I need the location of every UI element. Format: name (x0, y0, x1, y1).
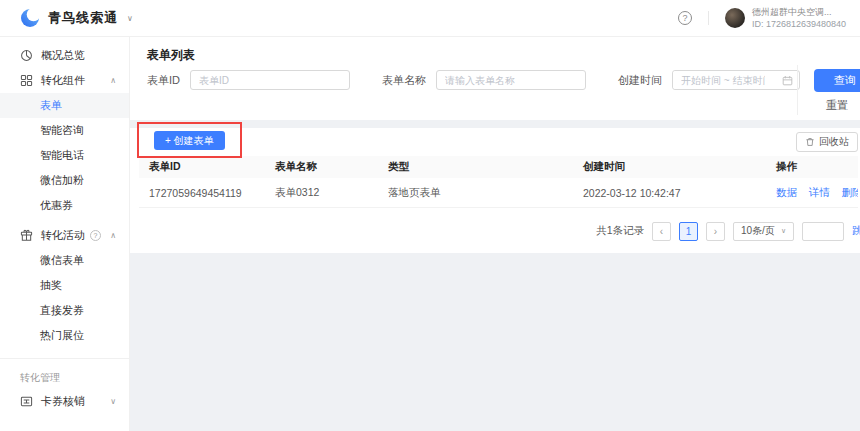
jump-label[interactable]: 跳转 (852, 224, 860, 238)
form-name-label: 表单名称 (382, 73, 426, 88)
question-glyph: ? (94, 232, 98, 239)
page-title: 表单列表 (147, 47, 195, 64)
sidebar-item-label: 抽奖 (40, 278, 62, 293)
sidebar-item-hot-booth[interactable]: 热门展位 (0, 323, 129, 348)
logo-text: 青鸟线索通 (48, 9, 118, 27)
user-id: ID: 1726812639480840 (752, 19, 846, 30)
sidebar-item-label: 概况总览 (41, 48, 85, 63)
table-header-row: 表单ID 表单名称 类型 创建时间 操作 (139, 156, 858, 178)
user-name: 德州超群中央空调... (752, 7, 846, 18)
main-content: 表单列表 表单ID 表单名称 创建时间 查询 重置 + 创建表单 (130, 37, 860, 431)
cell-created: 2022-03-12 10:42:47 (573, 187, 766, 199)
help-icon[interactable]: ? (678, 11, 692, 25)
search-button[interactable]: 查询 (814, 69, 860, 92)
next-page-button[interactable]: › (706, 222, 725, 241)
forms-table: 表单ID 表单名称 类型 创建时间 操作 1727059649454119 表单… (139, 156, 858, 208)
sidebar-item-label: 转化活动 (41, 228, 85, 243)
sidebar-item-smart-phone[interactable]: 智能电话 (0, 143, 129, 168)
sidebar-item-conversion-components[interactable]: 转化组件 ∧ (0, 68, 129, 93)
user-info[interactable]: 德州超群中央空调... ID: 1726812639480840 (752, 7, 846, 30)
sidebar-item-lottery[interactable]: 抽奖 (0, 273, 129, 298)
form-list-panel: + 创建表单 回收站 表单ID 表单名称 类型 创建时间 操作 17270596… (130, 128, 860, 253)
cell-form-name: 表单0312 (265, 186, 378, 200)
sidebar-item-label: 微信表单 (40, 253, 84, 268)
avatar[interactable] (725, 8, 745, 28)
form-id-input[interactable] (190, 70, 350, 90)
chevron-down-icon: ∨ (781, 227, 786, 235)
sidebar-item-card-verification[interactable]: 卡券核销 ∨ (0, 389, 129, 414)
table-row: 1727059649454119 表单0312 落地页表单 2022-03-12… (139, 178, 858, 208)
chevron-up-icon: ∧ (110, 231, 116, 240)
header-right: ? 德州超群中央空调... ID: 1726812639480840 (678, 7, 846, 30)
sidebar-divider (0, 358, 129, 359)
grid-icon (20, 74, 34, 88)
sidebar-section-conversion-management: 转化管理 (0, 367, 129, 389)
sidebar-item-forms[interactable]: 表单 (0, 93, 129, 118)
total-records-text: 共1条记录 (596, 224, 644, 238)
action-data-link[interactable]: 数据 (776, 186, 797, 198)
sidebar-item-coupon[interactable]: 优惠券 (0, 193, 129, 218)
date-range-field[interactable] (673, 71, 773, 89)
chevron-left-icon: ‹ (660, 226, 663, 237)
chevron-up-icon: ∧ (110, 76, 116, 85)
col-header-form-id: 表单ID (139, 160, 265, 174)
question-glyph: ? (682, 13, 687, 23)
sidebar-item-direct-coupon[interactable]: 直接发券 (0, 298, 129, 323)
sidebar-item-label: 热门展位 (40, 328, 84, 343)
cell-type: 落地页表单 (378, 186, 573, 200)
sidebar: 概况总览 转化组件 ∧ 表单 智能咨询 智能电话 微信加粉 优惠券 转化 (0, 37, 130, 431)
sidebar-item-label: 微信加粉 (40, 173, 84, 188)
sidebar-item-wechat-follow[interactable]: 微信加粉 (0, 168, 129, 193)
pie-chart-icon (20, 49, 34, 63)
page-size-select[interactable]: 10条/页 ∨ (733, 222, 794, 241)
chevron-down-icon[interactable]: ∨ (127, 14, 133, 23)
col-header-form-name: 表单名称 (265, 160, 378, 174)
create-time-label: 创建时间 (618, 73, 662, 88)
sidebar-item-label: 智能咨询 (40, 123, 84, 138)
sidebar-item-label: 表单 (40, 98, 62, 113)
sidebar-item-label: 卡券核销 (41, 394, 85, 409)
crescent-logo-icon (20, 8, 40, 28)
recycle-bin-button[interactable]: 回收站 (796, 132, 858, 152)
action-delete-link[interactable]: 删除 (842, 186, 858, 198)
col-header-actions: 操作 (766, 160, 858, 174)
top-header: 青鸟线索通 ∨ ? 德州超群中央空调... ID: 17268126394808… (0, 0, 860, 37)
sidebar-item-smart-consult[interactable]: 智能咨询 (0, 118, 129, 143)
date-range-input[interactable] (672, 70, 800, 90)
prev-page-button[interactable]: ‹ (652, 222, 671, 241)
sidebar-item-label: 智能电话 (40, 148, 84, 163)
divider (708, 11, 709, 25)
col-header-type: 类型 (378, 160, 573, 174)
sidebar-item-label: 转化组件 (41, 73, 85, 88)
sidebar-item-conversion-activities[interactable]: 转化活动 ? ∧ (0, 223, 129, 248)
ticket-icon (20, 395, 34, 409)
filter-row: 表单ID 表单名称 创建时间 (147, 70, 800, 90)
sidebar-item-overview[interactable]: 概况总览 (0, 43, 129, 68)
recycle-bin-label: 回收站 (819, 135, 849, 149)
page-size-value: 10条/页 (741, 224, 775, 238)
page-1-button[interactable]: 1 (679, 222, 698, 241)
divider (797, 65, 798, 115)
create-form-button[interactable]: + 创建表单 (154, 131, 225, 150)
logo[interactable]: 青鸟线索通 ∨ (20, 8, 133, 28)
sidebar-item-label: 优惠券 (40, 198, 73, 213)
calendar-icon (782, 75, 793, 86)
cell-form-id: 1727059649454119 (139, 187, 265, 199)
gift-icon (20, 229, 34, 243)
action-detail-link[interactable]: 详情 (809, 186, 830, 198)
chevron-down-icon: ∨ (110, 397, 116, 406)
form-id-label: 表单ID (147, 73, 180, 88)
pagination: 共1条记录 ‹ 1 › 10条/页 ∨ 跳转 (596, 221, 860, 241)
reset-button[interactable]: 重置 (826, 98, 848, 113)
jump-page-input[interactable] (802, 222, 844, 241)
chevron-right-icon: › (714, 226, 717, 237)
form-name-input[interactable] (436, 70, 586, 90)
filter-panel: 表单列表 表单ID 表单名称 创建时间 查询 重置 (130, 37, 860, 120)
sidebar-item-wechat-form[interactable]: 微信表单 (0, 248, 129, 273)
col-header-created: 创建时间 (573, 160, 766, 174)
cell-actions: 数据 详情 删除 更多∨ (766, 186, 858, 200)
sidebar-item-label: 直接发券 (40, 303, 84, 318)
help-icon[interactable]: ? (90, 230, 101, 241)
trash-icon (805, 137, 815, 147)
